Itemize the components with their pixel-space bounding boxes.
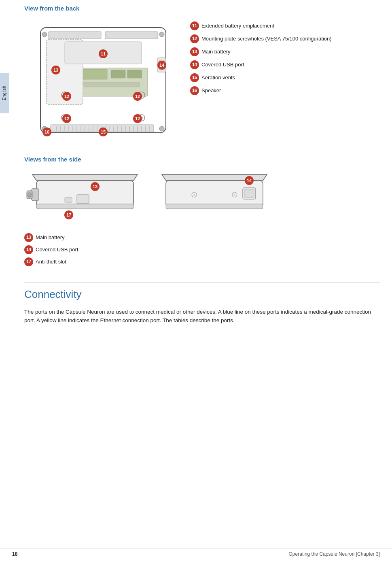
svg-point-3 — [42, 32, 47, 37]
side-legend-text-14: Covered USB port — [36, 245, 78, 253]
badge-14: 14 — [190, 60, 199, 69]
svg-rect-8 — [111, 70, 125, 78]
main-content: View from the back — [12, 0, 392, 341]
side-legend-text-17: Anti-theft slot — [36, 257, 66, 266]
legend-text-13: Main battery — [201, 47, 231, 55]
legend-item-13: 13 Main battery — [190, 47, 332, 56]
svg-text:14: 14 — [159, 63, 165, 68]
svg-marker-69 — [32, 174, 138, 181]
legend-item-15: 15 Aeration vents — [190, 73, 332, 82]
svg-rect-7 — [83, 69, 107, 79]
svg-text:13: 13 — [93, 184, 97, 189]
badge-13: 13 — [190, 47, 199, 56]
side-legend-text-13: Main battery — [36, 233, 65, 241]
svg-text:17: 17 — [66, 212, 71, 217]
svg-text:15: 15 — [101, 130, 106, 134]
side-badge-17: 17 — [24, 257, 33, 266]
svg-text:14: 14 — [247, 178, 252, 183]
svg-point-4 — [159, 32, 164, 37]
connectivity-section: Connectivity The ports on the Capsule Ne… — [24, 282, 380, 325]
svg-text:12: 12 — [64, 94, 69, 99]
legend-text-12: Mounting plate screwholes (VESA 75/100 c… — [201, 34, 332, 42]
legend-text-14: Covered USB port — [201, 60, 244, 68]
svg-point-47 — [159, 126, 164, 131]
legend-text-11: Extended battery emplacement — [201, 21, 274, 30]
side-left-image: 17 13 — [24, 168, 146, 223]
connectivity-heading: Connectivity — [24, 287, 380, 302]
svg-text:12: 12 — [64, 116, 69, 121]
views-side-section: Views from the side — [24, 155, 380, 266]
side-tab-label: English — [1, 86, 7, 100]
svg-rect-74 — [77, 195, 89, 204]
side-tab: English — [0, 73, 9, 113]
footer-title: Operating the Capsule Neuron [Chapter 3] — [289, 551, 380, 558]
svg-point-86 — [193, 194, 195, 195]
legend-item-11: 11 Extended battery emplacement — [190, 21, 332, 30]
view-back-legend: 11 Extended battery emplacement 12 Mount… — [190, 17, 332, 95]
side-legend-item-14: 14 Covered USB port — [24, 245, 380, 254]
view-back-section: View from the back — [24, 4, 380, 143]
side-badge-13: 13 — [24, 233, 33, 242]
badge-15: 15 — [190, 73, 199, 82]
side-legend: 13 Main battery 14 Covered USB port 17 A… — [24, 233, 380, 266]
side-right-image: 14 — [154, 168, 275, 223]
svg-rect-82 — [166, 204, 263, 209]
side-legend-item-13: 13 Main battery — [24, 233, 380, 242]
svg-rect-75 — [65, 198, 72, 202]
legend-item-16: 16 Speaker — [190, 86, 332, 95]
views-side-heading: Views from the side — [24, 155, 380, 164]
side-images-row: 17 13 — [24, 168, 380, 223]
svg-rect-9 — [127, 70, 142, 78]
device-back-illustration: 11 12 12 12 12 13 — [24, 17, 182, 143]
view-back-heading: View from the back — [24, 4, 380, 13]
side-legend-item-17: 17 Anti-theft slot — [24, 257, 380, 266]
footer-page: 18 — [12, 551, 17, 558]
svg-rect-1 — [49, 32, 101, 39]
badge-11: 11 — [190, 21, 199, 30]
legend-text-15: Aeration vents — [201, 73, 235, 81]
svg-text:12: 12 — [135, 94, 140, 99]
svg-rect-70 — [36, 204, 133, 209]
legend-item-12: 12 Mounting plate screwholes (VESA 75/10… — [190, 34, 332, 43]
svg-point-88 — [234, 194, 235, 195]
svg-text:13: 13 — [53, 68, 58, 72]
svg-text:12: 12 — [135, 116, 140, 121]
svg-rect-84 — [244, 189, 254, 198]
footer: 18 Operating the Capsule Neuron [Chapter… — [0, 548, 392, 558]
view-back-layout: 11 12 12 12 12 13 — [24, 17, 380, 143]
svg-text:11: 11 — [101, 51, 106, 56]
svg-text:16: 16 — [44, 130, 49, 134]
legend-text-16: Speaker — [201, 86, 221, 94]
side-badge-14: 14 — [24, 245, 33, 254]
svg-point-73 — [28, 193, 32, 197]
side-views-layout: 17 13 — [24, 168, 380, 266]
legend-item-14: 14 Covered USB port — [190, 60, 332, 69]
badge-12: 12 — [190, 34, 199, 43]
svg-rect-2 — [105, 32, 158, 39]
svg-rect-71 — [32, 189, 39, 201]
badge-16: 16 — [190, 86, 199, 95]
connectivity-body: The ports on the Capsule Neuron are used… — [24, 308, 380, 325]
